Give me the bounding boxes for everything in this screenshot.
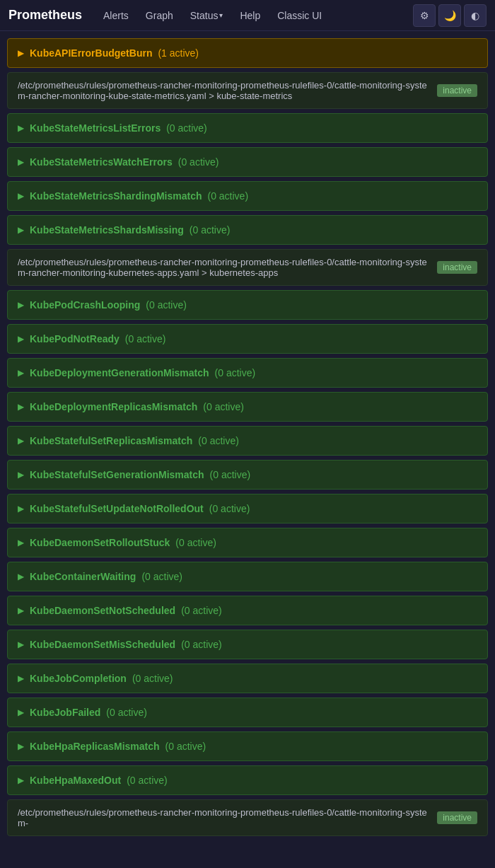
alert-group-header-2[interactable]: ▶ KubeStateMetricsWatchErrors (0 active) (8, 148, 487, 176)
alert-group-name-7: KubeDeploymentGenerationMismatch (30, 367, 209, 378)
alert-group-3: ▶ KubeStateMetricsShardingMismatch (0 ac… (7, 181, 488, 211)
main-content: ▶ KubeAPIErrorBudgetBurn (1 active) /etc… (0, 31, 495, 847)
settings-button[interactable]: ⚙ (413, 4, 436, 27)
alert-group-header-16[interactable]: ▶ KubeJobCompletion (0 active) (8, 664, 487, 693)
alert-group-name-9: KubeStatefulSetReplicasMismatch (30, 435, 192, 446)
alert-group-5: ▶ KubePodCrashLooping (0 active) (7, 290, 488, 320)
alert-group-count-12: (0 active) (175, 537, 216, 548)
chevron-icon-11: ▶ (18, 504, 24, 514)
nav-alerts[interactable]: Alerts (96, 6, 136, 25)
badge-inactive-1: inactive (437, 84, 477, 97)
alert-group-count-16: (0 active) (132, 673, 173, 684)
alert-group-15: ▶ KubeDaemonSetMisScheduled (0 active) (7, 630, 488, 659)
brand-logo[interactable]: Prometheus (8, 8, 82, 23)
chevron-icon-13: ▶ (18, 572, 24, 581)
alert-group-header-10[interactable]: ▶ KubeStatefulSetGenerationMismatch (0 a… (8, 461, 487, 489)
nav-help[interactable]: Help (233, 6, 267, 25)
chevron-icon-2: ▶ (18, 157, 24, 167)
nav-classic-ui[interactable]: Classic UI (270, 6, 329, 25)
alert-group-14: ▶ KubeDaemonSetNotScheduled (0 active) (7, 596, 488, 625)
chevron-icon-active: ▶ (18, 48, 24, 58)
alert-group-count-8: (0 active) (203, 401, 244, 412)
alert-group-active: ▶ KubeAPIErrorBudgetBurn (1 active) (7, 38, 488, 68)
alert-group-18: ▶ KubeHpaReplicasMismatch (0 active) (7, 731, 488, 761)
alert-group-header-7[interactable]: ▶ KubeDeploymentGenerationMismatch (0 ac… (8, 359, 487, 387)
alert-group-10: ▶ KubeStatefulSetGenerationMismatch (0 a… (7, 460, 488, 490)
alert-group-header-11[interactable]: ▶ KubeStatefulSetUpdateNotRolledOut (0 a… (8, 494, 487, 523)
chevron-icon-19: ▶ (18, 775, 24, 785)
alert-group-header-4[interactable]: ▶ KubeStateMetricsShardsMissing (0 activ… (8, 216, 487, 244)
chevron-icon-6: ▶ (18, 334, 24, 344)
alert-group-count-14: (0 active) (181, 605, 222, 616)
alert-group-name-14: KubeDaemonSetNotScheduled (30, 605, 175, 616)
alert-group-4: ▶ KubeStateMetricsShardsMissing (0 activ… (7, 215, 488, 245)
nav-status[interactable]: Status (183, 6, 231, 25)
badge-inactive-3: inactive (437, 811, 477, 824)
alert-group-1: ▶ KubeStateMetricsListErrors (0 active) (7, 113, 488, 143)
alert-group-count-11: (0 active) (209, 503, 250, 514)
alert-group-count-15: (0 active) (181, 639, 222, 650)
badge-inactive-2: inactive (437, 261, 477, 274)
theme-contrast-button[interactable]: ◐ (464, 4, 487, 27)
chevron-icon-4: ▶ (18, 225, 24, 235)
alert-group-header-15[interactable]: ▶ KubeDaemonSetMisScheduled (0 active) (8, 630, 487, 659)
chevron-icon-18: ▶ (18, 741, 24, 751)
alert-group-name-16: KubeJobCompletion (30, 673, 127, 684)
alert-group-9: ▶ KubeStatefulSetReplicasMismatch (0 act… (7, 426, 488, 456)
alert-group-12: ▶ KubeDaemonSetRolloutStuck (0 active) (7, 528, 488, 557)
alert-group-count-6: (0 active) (125, 333, 166, 345)
alert-group-header-1[interactable]: ▶ KubeStateMetricsListErrors (0 active) (8, 114, 487, 142)
alert-group-name-13: KubeContainerWaiting (30, 571, 136, 582)
chevron-icon-3: ▶ (18, 191, 24, 201)
alert-group-header-19[interactable]: ▶ KubeHpaMaxedOut (0 active) (8, 766, 487, 794)
alert-group-header-17[interactable]: ▶ KubeJobFailed (0 active) (8, 698, 487, 727)
alert-group-count-18: (0 active) (165, 741, 206, 752)
alert-group-name-12: KubeDaemonSetRolloutStuck (30, 537, 170, 548)
alert-group-count-5: (0 active) (146, 299, 187, 311)
alert-group-header-13[interactable]: ▶ KubeContainerWaiting (0 active) (8, 562, 487, 591)
alert-group-count-17: (0 active) (106, 707, 147, 718)
alert-group-header-active[interactable]: ▶ KubeAPIErrorBudgetBurn (1 active) (8, 39, 487, 67)
alert-group-11: ▶ KubeStatefulSetUpdateNotRolledOut (0 a… (7, 494, 488, 523)
alert-group-count-4: (0 active) (190, 224, 231, 236)
theme-moon-button[interactable]: 🌙 (438, 4, 461, 27)
rule-path-row-1: /etc/prometheus/rules/prometheus-rancher… (7, 72, 488, 109)
alert-group-count-7: (0 active) (215, 367, 256, 378)
alert-group-name-15: KubeDaemonSetMisScheduled (30, 639, 175, 650)
chevron-icon-5: ▶ (18, 300, 24, 310)
alert-group-count-9: (0 active) (198, 435, 239, 446)
alert-group-name-10: KubeStatefulSetGenerationMismatch (30, 469, 204, 480)
chevron-icon-10: ▶ (18, 470, 24, 480)
alert-group-header-6[interactable]: ▶ KubePodNotReady (0 active) (8, 325, 487, 353)
alert-group-13: ▶ KubeContainerWaiting (0 active) (7, 562, 488, 591)
chevron-icon-15: ▶ (18, 640, 24, 649)
alert-group-6: ▶ KubePodNotReady (0 active) (7, 324, 488, 354)
navbar-links: Alerts Graph Status Help Classic UI (96, 6, 399, 25)
alert-group-name-8: KubeDeploymentReplicasMismatch (30, 401, 197, 412)
nav-graph[interactable]: Graph (139, 6, 180, 25)
alert-group-header-18[interactable]: ▶ KubeHpaReplicasMismatch (0 active) (8, 732, 487, 760)
alert-group-name-6: KubePodNotReady (30, 333, 120, 345)
rule-path-text-2: /etc/prometheus/rules/prometheus-rancher… (18, 257, 434, 278)
alert-group-header-5[interactable]: ▶ KubePodCrashLooping (0 active) (8, 291, 487, 319)
chevron-icon-1: ▶ (18, 123, 24, 133)
chevron-icon-9: ▶ (18, 436, 24, 446)
alert-group-name-5: KubePodCrashLooping (30, 299, 140, 311)
alert-group-header-14[interactable]: ▶ KubeDaemonSetNotScheduled (0 active) (8, 596, 487, 625)
alert-group-header-9[interactable]: ▶ KubeStatefulSetReplicasMismatch (0 act… (8, 427, 487, 455)
alert-group-header-12[interactable]: ▶ KubeDaemonSetRolloutStuck (0 active) (8, 528, 487, 557)
chevron-icon-16: ▶ (18, 673, 24, 683)
alert-group-count-13: (0 active) (141, 571, 182, 582)
alert-group-name-2: KubeStateMetricsWatchErrors (30, 156, 173, 168)
alert-group-header-3[interactable]: ▶ KubeStateMetricsShardingMismatch (0 ac… (8, 182, 487, 210)
alert-group-name-4: KubeStateMetricsShardsMissing (30, 224, 184, 236)
chevron-icon-12: ▶ (18, 538, 24, 548)
alert-group-header-8[interactable]: ▶ KubeDeploymentReplicasMismatch (0 acti… (8, 393, 487, 421)
alert-group-17: ▶ KubeJobFailed (0 active) (7, 698, 488, 727)
chevron-icon-7: ▶ (18, 368, 24, 378)
alert-group-8: ▶ KubeDeploymentReplicasMismatch (0 acti… (7, 392, 488, 422)
alert-group-count-1: (0 active) (166, 122, 207, 134)
alert-group-name-19: KubeHpaMaxedOut (30, 775, 121, 786)
alert-group-name-3: KubeStateMetricsShardingMismatch (30, 190, 202, 202)
alert-group-name-1: KubeStateMetricsListErrors (30, 122, 161, 134)
